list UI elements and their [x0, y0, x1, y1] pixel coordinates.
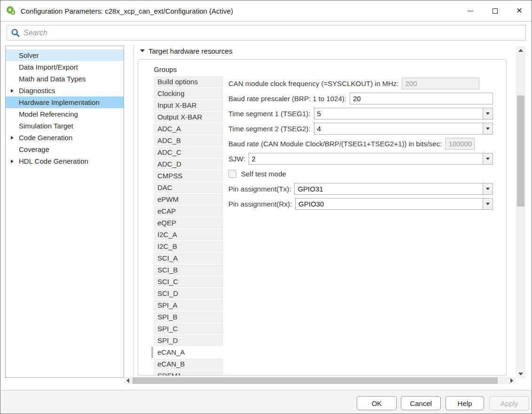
cancel-button[interactable]: Cancel: [401, 396, 441, 410]
dropdown-arrow-button[interactable]: [483, 183, 493, 194]
simulink-config-gear-icon: [6, 6, 16, 16]
dropdown-arrow-button[interactable]: [483, 153, 493, 164]
form-row-sjw: SJW:2: [228, 153, 493, 165]
sidebar-item-label: Simulation Target: [19, 122, 73, 130]
expand-arrow-icon[interactable]: [11, 159, 19, 163]
form-row-baud-rate-can-module-clock-brp-tseg1-tseg2-1-in-bits-sec: Baud rate (CAN Module Clock/BRP/(TSEG1+T…: [228, 138, 493, 150]
sidebar-item-simulation-target[interactable]: Simulation Target: [6, 120, 124, 132]
group-item-build-options[interactable]: Build options: [154, 76, 223, 88]
sidebar-item-label: HDL Code Generation: [19, 157, 88, 165]
section-target-hardware-resources[interactable]: Target hardware resources: [140, 46, 232, 56]
group-item-epwm[interactable]: ePWM: [154, 194, 223, 206]
sidebar-item-label: Diagnostics: [19, 87, 55, 95]
settings-form: CAN module clock frequency (=SYSCLKOUT) …: [228, 78, 493, 210]
chevron-down-icon: [486, 203, 490, 205]
horizontal-scrollbar[interactable]: [124, 377, 516, 384]
sidebar-item-label: Coverage: [19, 145, 49, 153]
sidebar-item-hardware-implementation[interactable]: Hardware Implementation: [6, 96, 124, 108]
sidebar-item-math-and-data-types[interactable]: Math and Data Types: [6, 73, 124, 85]
group-item-spi-c[interactable]: SPI_C: [154, 323, 223, 335]
search-icon: [11, 28, 20, 38]
search-box[interactable]: [7, 25, 526, 40]
group-item-adc-a[interactable]: ADC_A: [154, 123, 223, 135]
group-item-input-x-bar[interactable]: Input X-BAR: [154, 100, 223, 111]
dropdown-arrow-button[interactable]: [483, 199, 493, 209]
scroll-up-button[interactable]: [516, 46, 525, 55]
group-item-clocking[interactable]: Clocking: [154, 88, 223, 100]
field-label: Pin assignment(Tx):: [228, 185, 291, 193]
baud-rate-prescaler-brp-1-to-1024-input[interactable]: 20: [350, 93, 493, 104]
dropdown-value: 4: [317, 125, 321, 133]
pin-assignment-tx-dropdown[interactable]: GPIO31: [294, 183, 493, 195]
field-label: Pin assignment(Rx):: [228, 200, 292, 208]
dropdown-arrow-button[interactable]: [483, 108, 493, 119]
field-label: Baud rate (CAN Module Clock/BRP/(TSEG1+T…: [228, 140, 442, 148]
configuration-parameters-dialog: Configuration Parameters: c28x_xcp_can_e…: [0, 0, 532, 414]
horizontal-scrollbar-thumb[interactable]: [133, 377, 498, 384]
chevron-right-icon: [11, 136, 14, 140]
group-item-spi-d[interactable]: SPI_D: [154, 335, 223, 347]
sidebar-item-model-referencing[interactable]: Model Referencing: [6, 108, 124, 120]
group-item-cmpss[interactable]: CMPSS: [154, 170, 223, 182]
expand-arrow-icon[interactable]: [11, 89, 19, 93]
sidebar-item-label: Solver: [19, 51, 39, 59]
vertical-scrollbar[interactable]: [516, 46, 525, 378]
scroll-right-button[interactable]: [508, 377, 516, 384]
sjw-dropdown[interactable]: 2: [249, 153, 493, 165]
group-item-sci-a[interactable]: SCI_A: [154, 253, 223, 264]
content-left-divider: [133, 46, 134, 376]
sidebar-item-data-import-export[interactable]: Data Import/Export: [6, 61, 124, 73]
sidebar-item-label: Model Referencing: [19, 110, 78, 118]
chevron-down-icon: [486, 112, 490, 115]
maximize-button[interactable]: [483, 0, 507, 21]
close-button[interactable]: ✕: [507, 0, 532, 21]
field-label: Time segment 2 (TSEG2):: [228, 125, 311, 133]
help-button[interactable]: Help: [446, 396, 484, 410]
search-input[interactable]: [23, 25, 525, 40]
sidebar-item-coverage[interactable]: Coverage: [6, 143, 124, 155]
time-segment-2-tseg2-dropdown[interactable]: 4: [314, 123, 493, 135]
chevron-down-icon: [486, 127, 490, 130]
group-item-adc-c[interactable]: ADC_C: [154, 147, 223, 159]
expand-arrow-icon[interactable]: [11, 136, 19, 140]
pin-assignment-rx-dropdown[interactable]: GPIO30: [295, 198, 493, 210]
group-item-ecan-a[interactable]: eCAN_A: [154, 347, 223, 358]
group-item-i2c-b[interactable]: I2C_B: [154, 241, 223, 253]
group-item-sci-b[interactable]: SCI_B: [154, 264, 223, 276]
dropdown-arrow-button[interactable]: [483, 123, 493, 134]
form-row-baud-rate-prescaler-brp-1-to-1024: Baud rate prescaler (BRP: 1 to 1024):20: [228, 93, 493, 104]
close-icon: ✕: [516, 7, 522, 15]
sidebar-item-diagnostics[interactable]: Diagnostics: [6, 85, 124, 96]
group-item-output-x-bar[interactable]: Output X-BAR: [154, 111, 223, 123]
group-item-ecap[interactable]: eCAP: [154, 206, 223, 217]
sidebar-item-solver[interactable]: Solver: [6, 49, 124, 61]
ok-button[interactable]: OK: [357, 396, 397, 410]
group-item-sci-c[interactable]: SCI_C: [154, 276, 223, 288]
chevron-right-icon: [11, 159, 14, 163]
minimize-button[interactable]: [458, 0, 483, 21]
group-item-spi-b[interactable]: SPI_B: [154, 311, 223, 323]
group-item-adc-d[interactable]: ADC_D: [154, 159, 223, 170]
field-label: SJW:: [228, 155, 245, 163]
sidebar-item-code-generation[interactable]: Code Generation: [6, 132, 124, 143]
sidebar-item-hdl-code-generation[interactable]: HDL Code Generation: [6, 155, 124, 167]
groups-list: Build optionsClockingInput X-BAROutput X…: [154, 76, 223, 376]
group-item-dac[interactable]: DAC: [154, 182, 223, 194]
group-item-eqep[interactable]: eQEP: [154, 217, 223, 229]
scroll-down-button[interactable]: [516, 370, 525, 378]
dropdown-value: GPIO31: [297, 185, 323, 193]
form-row-time-segment-2-tseg2: Time segment 2 (TSEG2):4: [228, 123, 493, 135]
dropdown-value: 2: [252, 155, 256, 163]
group-item-i2c-a[interactable]: I2C_A: [154, 229, 223, 241]
form-row-self-test-mode: Self test mode: [228, 168, 493, 180]
time-segment-1-tseg1-dropdown[interactable]: 5: [314, 108, 493, 119]
group-item-sci-d[interactable]: SCI_D: [154, 288, 223, 300]
vertical-scrollbar-thumb[interactable]: [517, 96, 524, 207]
minimize-icon: [468, 11, 473, 11]
scroll-left-button[interactable]: [124, 377, 132, 384]
title-bar: Configuration Parameters: c28x_xcp_can_e…: [0, 0, 532, 22]
group-item-ecan-b[interactable]: eCAN_B: [154, 358, 223, 370]
group-item-adc-b[interactable]: ADC_B: [154, 135, 223, 147]
group-item-spi-a[interactable]: SPI_A: [154, 300, 223, 311]
group-item-sdfm1[interactable]: SDFM1: [154, 370, 223, 376]
